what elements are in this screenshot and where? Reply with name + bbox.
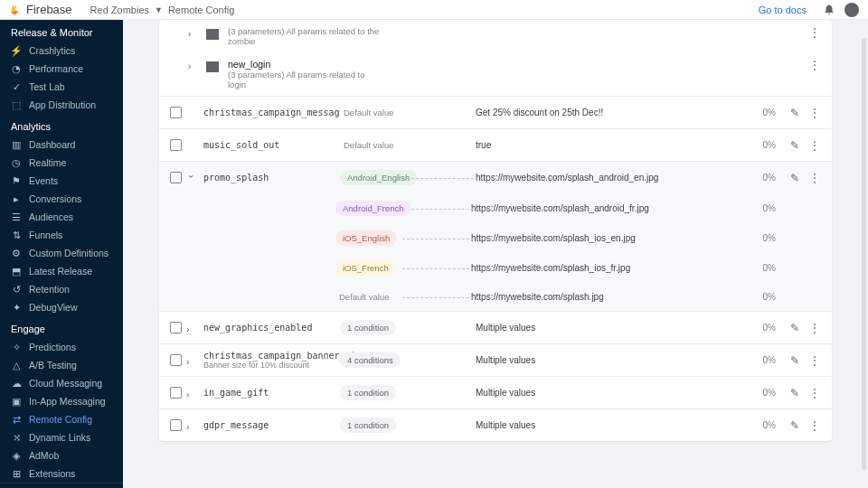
notifications-icon[interactable] [823,3,837,17]
brand-name: Firebase [26,3,72,16]
firebase-logo[interactable]: Firebase [9,3,72,16]
sidebar-item-predictions[interactable]: ✧Predictions [0,338,123,356]
sidebar-item-dynlinks[interactable]: ⤭Dynamic Links [0,428,123,446]
more-menu-icon[interactable]: ⋮ [808,59,821,71]
admob-icon: ◈ [11,450,22,461]
avatar[interactable] [844,3,859,17]
param-value: Multiple values [476,355,731,365]
more-menu-icon[interactable]: ⋮ [808,387,821,399]
sidebar-item-dashboard[interactable]: ▥Dashboard [0,136,123,154]
project-name[interactable]: Red Zombies [90,5,149,15]
param-name: gdpr_message [200,420,340,430]
sidebar-item-remoteconfig[interactable]: ⇄Remote Config [0,410,123,428]
group-desc: (3 parameters) All params related to log… [228,70,382,89]
fetch-pct: 0% [731,355,776,365]
chevron-right-icon[interactable]: › [186,357,195,367]
customdef-icon: ⚙ [11,248,22,258]
variant-row: Default value https://mywebsite.com/spla… [159,283,832,311]
edit-icon[interactable]: ✎ [788,172,801,184]
param-row[interactable]: music_sold_out Default value true 0% ✎⋮ [159,128,832,161]
checkbox[interactable] [170,387,182,399]
param-group-row[interactable]: › (3 parameters) All params related to t… [159,20,832,52]
project-dropdown-icon[interactable]: ▼ [155,5,163,14]
sidebar-item-inappmsg[interactable]: ▣In-App Messaging [0,392,123,410]
chevron-right-icon[interactable]: › [186,324,195,334]
section-name[interactable]: Remote Config [168,5,234,15]
dynlinks-icon: ⤭ [11,432,22,443]
checkbox[interactable] [170,322,182,333]
cloudmsg-icon: ☁ [11,378,22,389]
more-menu-icon[interactable]: ⋮ [808,139,821,152]
more-menu-icon[interactable]: ⋮ [808,322,821,334]
sidebar-item-appdist[interactable]: ⬚App Distribution [0,96,123,114]
variant-row: iOS_French https://mywebsite.com/splash_… [159,253,832,283]
sidebar-item-realtime[interactable]: ◷Realtime [0,154,123,172]
sidebar-item-abtesting[interactable]: △A/B Testing [0,356,123,374]
sidebar-item-debugview[interactable]: ✦DebugView [0,298,123,316]
param-row[interactable]: › new_graphics_enabled 1 condition Multi… [159,311,832,343]
param-row[interactable]: › gdpr_message 1 condition Multiple valu… [159,408,832,441]
edit-icon[interactable]: ✎ [788,419,801,432]
condition-chip[interactable]: Android_English [340,170,417,185]
param-name: promo_splash [200,173,340,183]
param-group-row[interactable]: › new_login (3 parameters) All params re… [159,52,832,96]
edit-icon[interactable]: ✎ [788,387,801,399]
go-to-docs-link[interactable]: Go to docs [759,5,807,15]
conversions-icon: ▸ [11,193,22,204]
events-icon: ⚑ [11,175,22,186]
chevron-right-icon[interactable]: › [186,389,195,399]
chevron-right-icon[interactable]: › [186,422,195,432]
sidebar-item-customdef[interactable]: ⚙Custom Definitions [0,244,123,262]
condition-chip[interactable]: iOS_English [335,230,397,246]
edit-icon[interactable]: ✎ [788,107,801,119]
more-menu-icon[interactable]: ⋮ [808,107,821,119]
chevron-down-icon[interactable]: › [186,174,196,183]
checkbox[interactable] [170,139,182,151]
chevron-right-icon[interactable]: › [188,61,197,71]
sidebar-item-retention[interactable]: ↺Retention [0,280,123,298]
condition-chip[interactable]: Android_French [335,201,411,216]
edit-icon[interactable]: ✎ [788,322,801,334]
sidebar-item-crashlytics[interactable]: ⚡Crashlytics [0,42,123,60]
edit-icon[interactable]: ✎ [788,139,801,152]
sidebar-item-testlab[interactable]: ✓Test Lab [0,78,123,96]
fetch-pct: 0% [731,292,776,302]
condition-label: Default value [340,106,397,119]
scrollbar[interactable] [862,38,866,470]
sidebar-item-events[interactable]: ⚑Events [0,172,123,190]
more-menu-icon[interactable]: ⋮ [808,26,821,39]
sidebar-item-conversions[interactable]: ▸Conversions [0,190,123,208]
more-menu-icon[interactable]: ⋮ [808,419,821,432]
edit-icon[interactable]: ✎ [788,354,801,367]
predictions-icon: ✧ [11,342,22,352]
param-row[interactable]: christmas_campaign_message Default value… [159,96,832,128]
sidebar-item-funnels[interactable]: ⇅Funnels [0,226,123,244]
retention-icon: ↺ [11,284,22,295]
param-row[interactable]: › christmas_campaign_banner_sizeBanner s… [159,343,832,376]
dashboard-icon: ▥ [11,139,22,150]
chevron-right-icon[interactable]: › [188,29,197,39]
param-value: Multiple values [476,388,731,398]
checkbox[interactable] [170,419,182,431]
checkbox[interactable] [170,354,182,366]
more-menu-icon[interactable]: ⋮ [808,172,821,184]
sidebar-item-admob[interactable]: ◈AdMob [0,446,123,465]
condition-chip[interactable]: 1 condition [340,418,396,433]
sidebar-item-extensions[interactable]: ⊞Extensions [0,465,123,483]
param-row-expanded[interactable]: › promo_splash Android_English https://m… [159,161,832,193]
condition-chip[interactable]: 1 condition [340,385,396,400]
more-menu-icon[interactable]: ⋮ [808,354,821,367]
condition-chip[interactable]: iOS_French [335,260,396,276]
param-row[interactable]: › in_game_gift 1 condition Multiple valu… [159,376,832,408]
condition-chip[interactable]: 4 conditions [340,352,401,368]
audiences-icon: ☰ [11,211,22,222]
realtime-icon: ◷ [11,157,22,168]
sidebar-item-cloudmsg[interactable]: ☁Cloud Messaging [0,374,123,392]
sidebar-item-latest[interactable]: ⬒Latest Release [0,262,123,280]
checkbox[interactable] [170,107,182,118]
main-content: › (3 parameters) All params related to t… [123,20,868,488]
sidebar-item-performance[interactable]: ◔Performance [0,60,123,78]
condition-chip[interactable]: 1 condition [340,320,396,335]
checkbox[interactable] [170,172,182,183]
sidebar-item-audiences[interactable]: ☰Audiences [0,208,123,226]
